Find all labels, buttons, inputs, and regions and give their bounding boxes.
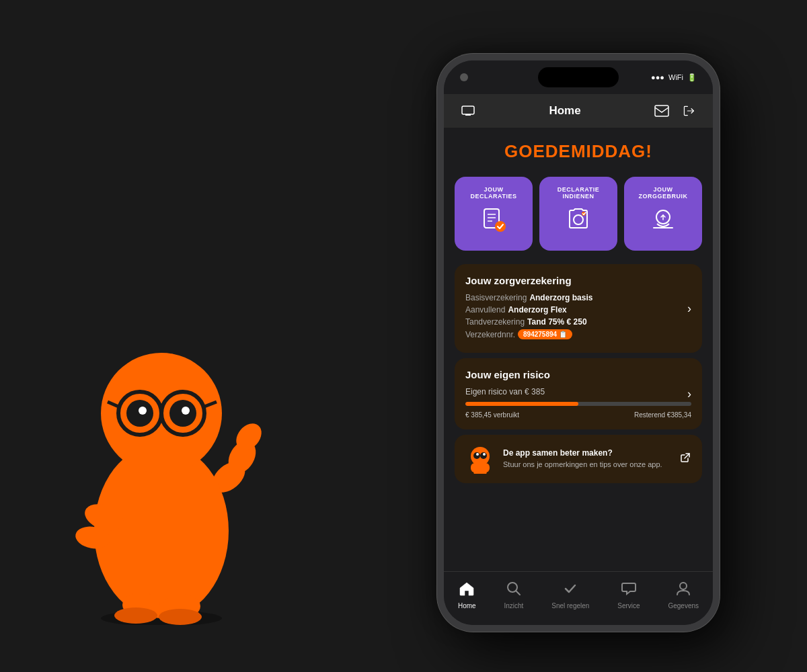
- status-indicators: ●●● WiFi 🔋: [651, 73, 697, 82]
- insurance-row-tand: Tandverzekering Tand 75% € 250: [465, 317, 691, 327]
- svg-rect-23: [465, 114, 471, 116]
- inzicht-label: Inzicht: [504, 602, 523, 610]
- svg-rect-41: [471, 463, 490, 472]
- verbruikt-label: € 385,45 verbruikt: [465, 411, 519, 419]
- chat-icon: [621, 581, 636, 600]
- top-navigation: Home: [444, 94, 713, 128]
- greeting-text: GOEDEMIDDAG!: [457, 141, 699, 162]
- tand-label: Tandverzekering: [465, 317, 525, 327]
- aanvullend-label: Aanvullend: [465, 305, 505, 314]
- tand-value: Tand 75% € 250: [527, 317, 587, 327]
- insurance-row-aanvullend: Aanvullend Anderzorg Flex: [465, 305, 691, 314]
- eigen-risico-subtitle: Eigen risico van € 385: [465, 387, 691, 396]
- eigen-risico-title: Jouw eigen risico: [465, 369, 691, 380]
- action-label-declaraties: JOUW DECLARATIES: [461, 186, 526, 200]
- nav-action-icons: [651, 100, 699, 122]
- zorggebruik-icon: [648, 205, 678, 235]
- declaraties-icon: [479, 205, 508, 235]
- progress-labels: € 385,45 verbruikt Resterend €385,34: [465, 411, 691, 419]
- action-label-indienen: DECLARATIE INDIENEN: [546, 186, 611, 200]
- action-card-indienen[interactable]: DECLARATIE INDIENEN: [539, 177, 617, 251]
- nav-item-inzicht[interactable]: Inzicht: [504, 581, 523, 610]
- bottom-navigation: Home Inzicht: [444, 571, 713, 625]
- resterend-label: Resterend €385,34: [634, 411, 691, 419]
- search-icon: [506, 581, 521, 600]
- insurance-card-title: Jouw zorgverzekering: [465, 275, 691, 286]
- snel-regelen-label: Snel regelen: [551, 602, 589, 610]
- svg-point-30: [495, 221, 506, 232]
- action-card-zorggebruik[interactable]: JOUW ZORGGEBRUIK: [624, 177, 702, 251]
- person-icon: [676, 581, 691, 600]
- service-label: Service: [617, 602, 640, 610]
- indienen-icon: [564, 205, 593, 235]
- nav-item-home[interactable]: Home: [458, 581, 476, 610]
- progress-bar-fill: [465, 402, 578, 406]
- insurance-row-basis: Basisverzekering Anderzorg basis: [465, 293, 691, 302]
- quick-actions: JOUW DECLARATIES: [444, 169, 713, 259]
- external-link-icon[interactable]: [679, 452, 691, 466]
- home-icon: [459, 581, 475, 600]
- mail-icon[interactable]: [651, 100, 672, 122]
- feedback-text: De app samen beter maken? Stuur ons je o…: [503, 448, 671, 470]
- svg-point-20: [139, 407, 147, 415]
- checkmark-icon: [563, 581, 578, 600]
- svg-line-43: [516, 591, 520, 595]
- feedback-subtitle: Stuur ons je opmerkingen en tips over on…: [503, 460, 671, 470]
- eigen-risico-arrow: ›: [687, 387, 691, 401]
- greeting-section: GOEDEMIDDAG!: [444, 128, 713, 169]
- mascot: [47, 289, 276, 625]
- nav-item-snel-regelen[interactable]: Snel regelen: [551, 581, 589, 610]
- nav-item-service[interactable]: Service: [617, 581, 640, 610]
- svg-point-9: [114, 607, 157, 624]
- logout-icon[interactable]: [678, 100, 699, 122]
- phone-wrapper: ●●● WiFi 🔋 Home: [437, 54, 720, 632]
- action-label-zorggebruik: JOUW ZORGGEBRUIK: [631, 186, 695, 200]
- insurance-card-arrow: ›: [687, 302, 691, 316]
- camera-dot: [460, 73, 468, 81]
- feedback-title: De app samen beter maken?: [503, 448, 671, 458]
- svg-rect-22: [462, 106, 474, 114]
- feedback-mascot-icon: [465, 444, 495, 474]
- eigen-risico-card[interactable]: Jouw eigen risico Eigen risico van € 385…: [455, 358, 702, 429]
- phone: ●●● WiFi 🔋 Home: [437, 54, 720, 632]
- progress-bar-bg: [465, 402, 691, 406]
- progress-section: € 385,45 verbruikt Resterend €385,34: [465, 402, 691, 419]
- phone-content: GOEDEMIDDAG! JOUW DECLARATIES: [444, 128, 713, 571]
- home-label: Home: [458, 602, 476, 610]
- scene: ●●● WiFi 🔋 Home: [34, 27, 773, 645]
- svg-point-40: [483, 453, 486, 456]
- svg-point-44: [680, 583, 687, 589]
- insurance-card[interactable]: Jouw zorgverzekering Basisverzekering An…: [455, 264, 702, 353]
- insurance-row-nummer: Verzekerdnnr. 894275894 📋: [465, 329, 691, 339]
- basis-value: Anderzorg basis: [529, 293, 592, 302]
- gegevens-label: Gegevens: [668, 602, 699, 610]
- nav-title: Home: [549, 104, 580, 118]
- svg-point-39: [476, 453, 479, 456]
- svg-point-21: [182, 407, 190, 415]
- svg-rect-24: [655, 106, 668, 116]
- svg-point-31: [574, 215, 583, 224]
- verzekerd-badge: 894275894 📋: [518, 329, 572, 339]
- action-card-declaraties[interactable]: JOUW DECLARATIES: [455, 177, 533, 251]
- feedback-card[interactable]: De app samen beter maken? Stuur ons je o…: [455, 435, 702, 483]
- nummer-label: Verzekerdnnr.: [465, 330, 515, 339]
- nav-item-gegevens[interactable]: Gegevens: [668, 581, 699, 610]
- aanvullend-value: Anderzorg Flex: [508, 305, 566, 314]
- notch: [538, 67, 619, 87]
- screen-icon: [457, 100, 479, 122]
- basis-label: Basisverzekering: [465, 293, 527, 302]
- status-bar: ●●● WiFi 🔋: [444, 60, 713, 94]
- svg-point-10: [159, 609, 202, 625]
